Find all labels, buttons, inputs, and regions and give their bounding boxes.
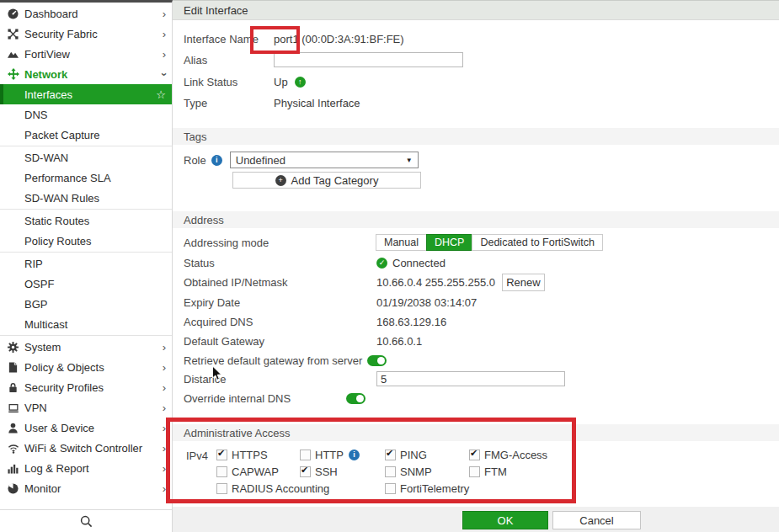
sidebar-item-label: Policy & Objects (24, 361, 104, 374)
tags-section-header: Tags (173, 128, 779, 145)
capwap-checkbox[interactable] (216, 466, 227, 477)
cancel-button[interactable]: Cancel (552, 511, 641, 529)
sidebar-item-log-report[interactable]: Log & Report› (0, 458, 172, 478)
user-device-icon (7, 423, 19, 434)
retrieve-gateway-toggle[interactable] (367, 355, 387, 366)
sidebar-item-security-profiles[interactable]: Security Profiles› (0, 377, 172, 397)
sidebar-item-label: Security Fabric (24, 28, 98, 40)
access-option-label: FMG-Access (484, 449, 547, 461)
sidebar-item-monitor[interactable]: Monitor› (0, 478, 172, 498)
sidebar-item-wifi-switch-controller[interactable]: WiFi & Switch Controller› (0, 438, 172, 458)
retrieve-gateway-label: Retrieve default gateway from server (184, 354, 362, 367)
access-option-ping[interactable]: PING (385, 449, 469, 461)
sidebar-item-vpn[interactable]: VPN› (0, 397, 172, 418)
http-checkbox[interactable] (300, 450, 311, 460)
alias-input[interactable] (274, 52, 463, 67)
ok-button[interactable]: OK (462, 511, 548, 529)
sidebar-item-bgp[interactable]: BGP (0, 294, 172, 314)
sidebar-item-sd-wan[interactable]: SD-WAN (0, 147, 172, 168)
monitor-icon (7, 483, 19, 494)
link-status-label: Link Status (184, 76, 264, 88)
sidebar-item-label: User & Device (24, 422, 94, 434)
renew-button[interactable]: Renew (502, 274, 545, 291)
ftm-checkbox[interactable] (469, 466, 480, 477)
chevron-right-icon: › (163, 382, 166, 393)
distance-label: Distance (184, 373, 376, 386)
access-option-http[interactable]: HTTPi (300, 449, 385, 461)
access-option-label: SSH (315, 466, 338, 478)
sidebar-item-multicast[interactable]: Multicast (0, 314, 172, 334)
sidebar-item-security-fabric[interactable]: Security Fabric› (0, 24, 172, 44)
distance-input[interactable] (376, 371, 565, 386)
radius-accounting-checkbox[interactable] (216, 483, 227, 494)
fortitelemetry-checkbox[interactable] (385, 483, 396, 494)
connected-check-icon: ✓ (376, 258, 387, 269)
sidebar-item-dns[interactable]: DNS (0, 104, 172, 125)
access-option-label: FortiTelemetry (400, 482, 469, 495)
mode-manual-button[interactable]: Manual (376, 234, 427, 251)
sidebar-item-dashboard[interactable]: Dashboard› (0, 3, 172, 24)
default-gateway-value: 10.66.0.1 (376, 335, 422, 348)
sidebar-item-network[interactable]: Network› (0, 64, 172, 84)
access-option-ssh[interactable]: SSH (300, 466, 385, 478)
access-option-capwap[interactable]: CAPWAP (216, 466, 300, 478)
ping-checkbox[interactable] (385, 450, 396, 460)
admin-access-section: Administrative Access IPv4 HTTPSHTTPiPIN… (173, 424, 779, 495)
sidebar-item-label: OSPF (24, 278, 54, 290)
chevron-right-icon: › (163, 8, 166, 19)
app-window: Dashboard›Security Fabric›FortiView›Netw… (0, 0, 779, 532)
mode-dhcp-button[interactable]: DHCP (426, 234, 472, 251)
override-dns-label: Override internal DNS (184, 392, 346, 405)
role-label: Role (184, 154, 206, 167)
status-value: Connected (392, 257, 446, 269)
sidebar-item-packet-capture[interactable]: Packet Capture (0, 125, 172, 145)
sidebar-search[interactable] (0, 509, 172, 532)
sidebar-item-system[interactable]: System› (0, 337, 172, 357)
sidebar-item-rip[interactable]: RIP (0, 253, 172, 274)
sidebar-item-label: WiFi & Switch Controller (24, 442, 142, 455)
chevron-right-icon: › (163, 362, 166, 373)
addressing-mode-row: Addressing mode Manual DHCP Dedicated to… (173, 234, 779, 251)
sidebar-item-sd-wan-rules[interactable]: SD-WAN Rules (0, 188, 172, 208)
fmg-access-checkbox[interactable] (469, 450, 480, 460)
search-icon[interactable] (80, 515, 93, 528)
override-dns-toggle[interactable] (346, 393, 365, 404)
sidebar-item-label: Static Routes (24, 215, 89, 227)
interface-name-value: port1 (00:0D:3A:91:BF:FE) (274, 33, 404, 45)
sidebar-item-performance-sla[interactable]: Performance SLA (0, 168, 172, 188)
snmp-checkbox[interactable] (385, 466, 396, 477)
sidebar-item-ospf[interactable]: OSPF (0, 274, 172, 294)
https-checkbox[interactable] (216, 450, 227, 460)
access-option-fmg-access[interactable]: FMG-Access (469, 449, 579, 461)
access-option-fortitelemetry[interactable]: FortiTelemetry (385, 482, 469, 495)
default-gateway-label: Default Gateway (184, 335, 376, 348)
add-tag-category-button[interactable]: + Add Tag Category (232, 172, 421, 189)
access-option-ftm[interactable]: FTM (469, 466, 579, 478)
mode-fortiswitch-button[interactable]: Dedicated to FortiSwitch (472, 234, 602, 251)
sidebar-item-static-routes[interactable]: Static Routes (0, 210, 172, 231)
distance-row: Distance (173, 371, 779, 386)
sidebar-item-interfaces[interactable]: Interfaces☆ (0, 84, 172, 104)
sidebar-separator (0, 252, 172, 253)
ssh-checkbox[interactable] (300, 466, 311, 477)
footer-bar: OK Cancel (173, 507, 779, 532)
favorite-star-icon[interactable]: ☆ (156, 88, 166, 101)
expiry-row: Expiry Date 01/19/2038 03:14:07 (173, 295, 779, 310)
obtained-ip-row: Obtained IP/Netmask 10.66.0.4 255.255.25… (173, 274, 779, 291)
role-info-icon[interactable]: i (211, 155, 222, 166)
sidebar-item-policy-routes[interactable]: Policy Routes (0, 231, 172, 251)
role-dropdown[interactable]: Undefined ▼ (230, 152, 419, 168)
address-section-header: Address (173, 211, 779, 228)
http-info-icon[interactable]: i (349, 450, 360, 460)
access-option-label: RADIUS Accounting (232, 482, 329, 495)
access-option-label: HTTPS (232, 449, 268, 461)
sidebar-item-policy-objects[interactable]: Policy & Objects› (0, 357, 172, 377)
expiry-value: 01/19/2038 03:14:07 (376, 296, 477, 309)
access-option-https[interactable]: HTTPS (216, 449, 300, 461)
access-option-snmp[interactable]: SNMP (385, 466, 469, 478)
sidebar-item-user-device[interactable]: User & Device› (0, 418, 172, 438)
link-status-value: Up (274, 76, 288, 88)
access-option-radius-accounting[interactable]: RADIUS Accounting (216, 482, 385, 495)
sidebar-item-fortiview[interactable]: FortiView› (0, 44, 172, 64)
access-option-label: SNMP (400, 466, 432, 478)
